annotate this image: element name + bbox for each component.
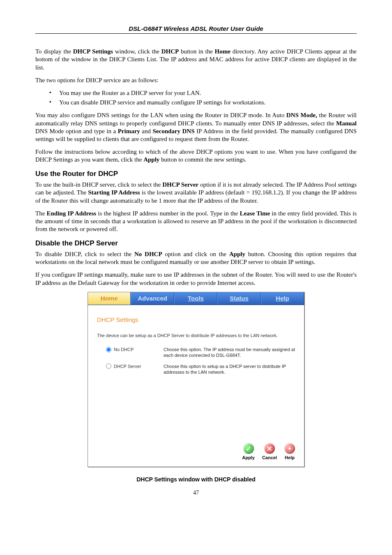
panel-title: DHCP Settings [97, 316, 295, 324]
radio-no-dhcp[interactable] [106, 347, 111, 352]
paragraph: You may also configure DNS settings for … [35, 111, 357, 143]
option-label: DHCP Server [114, 363, 141, 369]
tab-advanced[interactable]: Advanced [131, 292, 174, 305]
option-dhcp-server-row: DHCP Server Choose this option to setup … [97, 363, 295, 375]
figure-caption: DHCP Settings window with DHCP disabled [35, 476, 357, 483]
panel-description: The device can be setup as a DHCP Server… [97, 333, 295, 338]
paragraph: To use the built-in DHCP server, click t… [35, 181, 357, 205]
help-button[interactable]: + Help [284, 443, 295, 460]
option-no-dhcp[interactable]: No DHCP [97, 347, 164, 352]
tab-help[interactable]: Help [261, 292, 304, 305]
list-item: You may use the Router as a DHCP server … [35, 89, 357, 97]
option-dhcp-server-desc: Choose this option to setup as a DHCP se… [164, 363, 295, 375]
cancel-button[interactable]: ✕ Cancel [262, 443, 277, 460]
radio-dhcp-server[interactable] [106, 363, 111, 369]
paragraph: If you configure IP settings manually, m… [35, 271, 357, 287]
option-dhcp-server[interactable]: DHCP Server [97, 363, 164, 369]
section-heading-disable-dhcp: Disable the DHCP Server [35, 239, 357, 248]
option-no-dhcp-desc: Choose this option. The IP address must … [164, 347, 295, 358]
router-ui-window: Home Advanced Tools Status Help DHCP Set… [88, 292, 304, 467]
list-item: You can disable DHCP service and manuall… [35, 99, 357, 106]
tab-status[interactable]: Status [217, 292, 261, 305]
paragraph: To display the DHCP Settings window, cli… [35, 48, 357, 72]
tab-bar: Home Advanced Tools Status Help [88, 292, 304, 305]
action-label: Help [285, 455, 295, 460]
action-buttons: ✓ Apply ✕ Cancel + Help [88, 386, 304, 467]
paragraph: The two options for DHCP service are as … [35, 76, 357, 84]
section-heading-use-router: Use the Router for DHCP [35, 169, 357, 178]
action-label: Apply [242, 455, 255, 460]
option-no-dhcp-row: No DHCP Choose this option. The IP addre… [97, 347, 295, 358]
tab-tools[interactable]: Tools [174, 292, 217, 305]
paragraph: Follow the instructions below according … [35, 148, 357, 164]
bullet-list: You may use the Router as a DHCP server … [35, 89, 357, 106]
close-icon: ✕ [264, 443, 275, 454]
dhcp-settings-panel: DHCP Settings The device can be setup as… [88, 305, 304, 386]
page-header: DSL-G684T Wireless ADSL Router User Guid… [35, 25, 357, 34]
page-number: 47 [35, 489, 357, 497]
paragraph: To disable DHCP, click to select the No … [35, 250, 357, 266]
tab-home[interactable]: Home [88, 292, 131, 305]
apply-button[interactable]: ✓ Apply [242, 443, 255, 460]
option-label: No DHCP [114, 347, 134, 352]
check-icon: ✓ [243, 443, 254, 454]
action-label: Cancel [262, 455, 277, 460]
paragraph: The Ending IP Address is the highest IP … [35, 210, 357, 234]
plus-icon: + [284, 443, 295, 454]
